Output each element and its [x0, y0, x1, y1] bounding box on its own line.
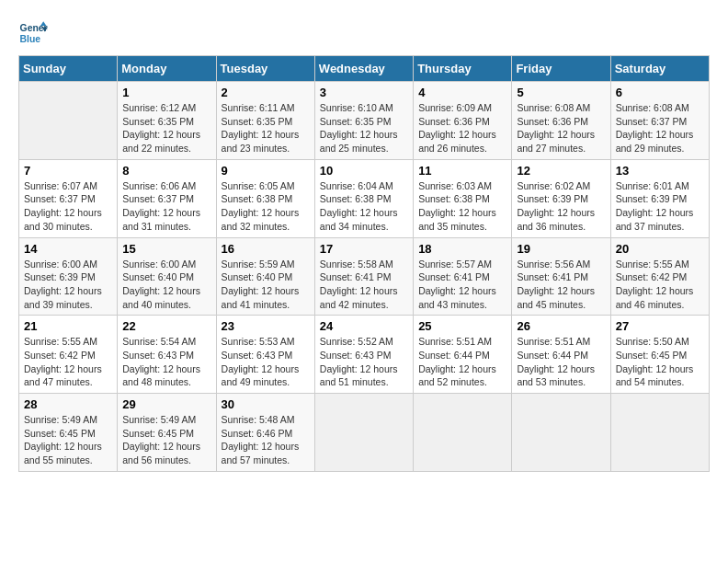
day-number: 30: [222, 397, 310, 411]
cell-week1-day6: 6Sunrise: 6:08 AM Sunset: 6:37 PM Daylig…: [610, 82, 709, 160]
cell-week2-day1: 8Sunrise: 6:06 AM Sunset: 6:37 PM Daylig…: [118, 159, 216, 237]
cell-info: Sunrise: 6:00 AM Sunset: 6:40 PM Dayligh…: [122, 258, 210, 312]
cell-week3-day3: 17Sunrise: 5:58 AM Sunset: 6:41 PM Dayli…: [314, 237, 413, 316]
cell-info: Sunrise: 5:49 AM Sunset: 6:45 PM Dayligh…: [24, 413, 112, 467]
day-number: 5: [517, 86, 605, 99]
cell-info: Sunrise: 6:04 AM Sunset: 6:38 PM Dayligh…: [320, 179, 408, 234]
cell-info: Sunrise: 5:51 AM Sunset: 6:44 PM Dayligh…: [517, 335, 605, 389]
cell-week5-day3: [314, 394, 413, 472]
cell-week2-day2: 9Sunrise: 6:05 AM Sunset: 6:38 PM Daylig…: [216, 159, 314, 237]
cell-week1-day3: 3Sunrise: 6:10 AM Sunset: 6:35 PM Daylig…: [314, 82, 413, 160]
cell-info: Sunrise: 5:52 AM Sunset: 6:43 PM Dayligh…: [320, 335, 408, 389]
cell-info: Sunrise: 5:53 AM Sunset: 6:43 PM Dayligh…: [222, 335, 310, 389]
cell-week5-day0: 28Sunrise: 5:49 AM Sunset: 6:45 PM Dayli…: [19, 394, 118, 472]
cell-week1-day4: 4Sunrise: 6:09 AM Sunset: 6:36 PM Daylig…: [414, 82, 512, 160]
column-header-sunday: Sunday: [19, 56, 118, 82]
week-row-3: 14Sunrise: 6:00 AM Sunset: 6:39 PM Dayli…: [19, 237, 710, 316]
week-row-5: 28Sunrise: 5:49 AM Sunset: 6:45 PM Dayli…: [19, 394, 710, 472]
day-number: 6: [616, 86, 704, 99]
header: General Blue: [18, 18, 710, 48]
cell-week4-day4: 25Sunrise: 5:51 AM Sunset: 6:44 PM Dayli…: [414, 316, 512, 394]
cell-info: Sunrise: 6:03 AM Sunset: 6:38 PM Dayligh…: [418, 179, 506, 234]
day-number: 25: [418, 319, 506, 333]
calendar-body: 1Sunrise: 6:12 AM Sunset: 6:35 PM Daylig…: [19, 82, 710, 472]
day-number: 23: [222, 319, 310, 333]
cell-info: Sunrise: 6:08 AM Sunset: 6:36 PM Dayligh…: [517, 101, 605, 155]
column-header-friday: Friday: [512, 56, 610, 82]
day-number: 4: [418, 86, 506, 99]
cell-info: Sunrise: 5:56 AM Sunset: 6:41 PM Dayligh…: [517, 258, 605, 312]
day-number: 28: [24, 397, 112, 411]
cell-info: Sunrise: 5:55 AM Sunset: 6:42 PM Dayligh…: [24, 335, 112, 389]
day-number: 18: [418, 242, 506, 256]
cell-info: Sunrise: 5:55 AM Sunset: 6:42 PM Dayligh…: [616, 258, 704, 312]
day-number: 10: [320, 164, 408, 178]
cell-info: Sunrise: 6:07 AM Sunset: 6:37 PM Dayligh…: [24, 179, 112, 234]
day-number: 2: [222, 86, 310, 99]
cell-week5-day5: [512, 394, 610, 472]
cell-info: Sunrise: 5:59 AM Sunset: 6:40 PM Dayligh…: [222, 258, 310, 312]
day-number: 27: [616, 319, 704, 333]
column-header-thursday: Thursday: [414, 56, 512, 82]
cell-info: Sunrise: 5:51 AM Sunset: 6:44 PM Dayligh…: [418, 335, 506, 389]
day-number: 7: [24, 164, 112, 178]
cell-week3-day5: 19Sunrise: 5:56 AM Sunset: 6:41 PM Dayli…: [512, 237, 610, 316]
calendar-table: SundayMondayTuesdayWednesdayThursdayFrid…: [18, 55, 710, 472]
week-row-4: 21Sunrise: 5:55 AM Sunset: 6:42 PM Dayli…: [19, 316, 710, 394]
day-number: 15: [122, 242, 210, 256]
cell-info: Sunrise: 6:00 AM Sunset: 6:39 PM Dayligh…: [24, 258, 112, 312]
day-number: 26: [517, 319, 605, 333]
day-number: 14: [24, 242, 112, 256]
cell-week5-day2: 30Sunrise: 5:48 AM Sunset: 6:46 PM Dayli…: [216, 394, 314, 472]
cell-week1-day0: [19, 82, 118, 160]
cell-week4-day2: 23Sunrise: 5:53 AM Sunset: 6:43 PM Dayli…: [216, 316, 314, 394]
cell-info: Sunrise: 6:05 AM Sunset: 6:38 PM Dayligh…: [222, 179, 310, 234]
day-number: 21: [24, 319, 112, 333]
cell-week3-day6: 20Sunrise: 5:55 AM Sunset: 6:42 PM Dayli…: [610, 237, 709, 316]
week-row-1: 1Sunrise: 6:12 AM Sunset: 6:35 PM Daylig…: [19, 82, 710, 160]
cell-week4-day3: 24Sunrise: 5:52 AM Sunset: 6:43 PM Dayli…: [314, 316, 413, 394]
column-header-saturday: Saturday: [610, 56, 709, 82]
cell-info: Sunrise: 6:09 AM Sunset: 6:36 PM Dayligh…: [418, 101, 506, 155]
cell-info: Sunrise: 6:12 AM Sunset: 6:35 PM Dayligh…: [122, 101, 210, 155]
day-number: 19: [517, 242, 605, 256]
day-number: 8: [122, 164, 210, 178]
cell-info: Sunrise: 6:06 AM Sunset: 6:37 PM Dayligh…: [122, 179, 210, 234]
cell-week3-day2: 16Sunrise: 5:59 AM Sunset: 6:40 PM Dayli…: [216, 237, 314, 316]
day-number: 13: [616, 164, 704, 178]
column-header-tuesday: Tuesday: [216, 56, 314, 82]
cell-week1-day5: 5Sunrise: 6:08 AM Sunset: 6:36 PM Daylig…: [512, 82, 610, 160]
cell-info: Sunrise: 5:48 AM Sunset: 6:46 PM Dayligh…: [222, 413, 310, 467]
cell-info: Sunrise: 6:08 AM Sunset: 6:37 PM Dayligh…: [616, 101, 704, 155]
cell-week5-day6: [610, 394, 709, 472]
cell-week2-day5: 12Sunrise: 6:02 AM Sunset: 6:39 PM Dayli…: [512, 159, 610, 237]
cell-week4-day0: 21Sunrise: 5:55 AM Sunset: 6:42 PM Dayli…: [19, 316, 118, 394]
cell-week3-day4: 18Sunrise: 5:57 AM Sunset: 6:41 PM Dayli…: [414, 237, 512, 316]
logo-icon: General Blue: [18, 18, 48, 48]
day-number: 3: [320, 86, 408, 99]
day-number: 11: [418, 164, 506, 178]
day-number: 17: [320, 242, 408, 256]
cell-week2-day4: 11Sunrise: 6:03 AM Sunset: 6:38 PM Dayli…: [414, 159, 512, 237]
day-number: 16: [222, 242, 310, 256]
week-row-2: 7Sunrise: 6:07 AM Sunset: 6:37 PM Daylig…: [19, 159, 710, 237]
column-header-monday: Monday: [118, 56, 216, 82]
cell-info: Sunrise: 6:11 AM Sunset: 6:35 PM Dayligh…: [222, 101, 310, 155]
cell-info: Sunrise: 5:57 AM Sunset: 6:41 PM Dayligh…: [418, 258, 506, 312]
cell-info: Sunrise: 6:10 AM Sunset: 6:35 PM Dayligh…: [320, 101, 408, 155]
cell-info: Sunrise: 5:49 AM Sunset: 6:45 PM Dayligh…: [122, 413, 210, 467]
cell-week3-day1: 15Sunrise: 6:00 AM Sunset: 6:40 PM Dayli…: [118, 237, 216, 316]
svg-text:Blue: Blue: [20, 34, 41, 44]
logo: General Blue: [18, 18, 48, 48]
day-number: 9: [222, 164, 310, 178]
cell-week5-day4: [414, 394, 512, 472]
cell-week4-day1: 22Sunrise: 5:54 AM Sunset: 6:43 PM Dayli…: [118, 316, 216, 394]
cell-week2-day0: 7Sunrise: 6:07 AM Sunset: 6:37 PM Daylig…: [19, 159, 118, 237]
day-number: 29: [122, 397, 210, 411]
cell-week2-day6: 13Sunrise: 6:01 AM Sunset: 6:39 PM Dayli…: [610, 159, 709, 237]
cell-week1-day1: 1Sunrise: 6:12 AM Sunset: 6:35 PM Daylig…: [118, 82, 216, 160]
cell-info: Sunrise: 6:02 AM Sunset: 6:39 PM Dayligh…: [517, 179, 605, 234]
cell-week4-day6: 27Sunrise: 5:50 AM Sunset: 6:45 PM Dayli…: [610, 316, 709, 394]
day-number: 24: [320, 319, 408, 333]
cell-info: Sunrise: 5:54 AM Sunset: 6:43 PM Dayligh…: [122, 335, 210, 389]
